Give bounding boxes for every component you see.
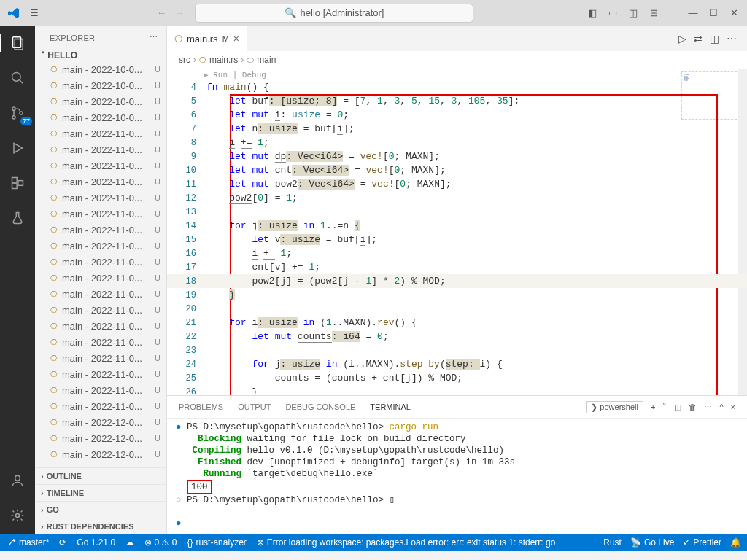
terminal-output[interactable]: ● PS D:\mysetup\gopath\rustcode\hello> c… — [167, 419, 747, 534]
minimize-icon[interactable]: — — [686, 7, 700, 18]
rust-file-icon: ⎔ — [48, 225, 59, 235]
status-prettier[interactable]: ✓ Prettier — [683, 537, 721, 548]
sidebar-section[interactable]: › OUTLINE — [35, 467, 166, 484]
file-item[interactable]: ⎔main - 2022-11-0...U — [35, 334, 166, 350]
status-sync[interactable]: ⟳ — [59, 537, 66, 548]
rust-file-icon: ⎔ — [174, 34, 182, 44]
file-item[interactable]: ⎔main - 2022-11-0...U — [35, 125, 166, 141]
more-icon[interactable]: ⋯ — [704, 402, 712, 412]
symbol-icon: ⬭ — [247, 55, 254, 65]
terminal-dropdown-icon[interactable]: ˅ — [662, 402, 667, 412]
split-terminal-icon[interactable]: ◫ — [674, 402, 681, 412]
sidebar-section[interactable]: › RUST DEPENDENCIES — [35, 518, 166, 534]
file-item[interactable]: ⎔main - 2022-11-0...U — [35, 366, 166, 382]
rust-file-icon: ⎔ — [48, 113, 59, 122]
tab-main-rs[interactable]: ⎔ main.rs M × — [167, 26, 247, 52]
file-item[interactable]: ⎔main - 2022-10-0...U — [35, 93, 166, 109]
file-item[interactable]: ⎔main - 2022-10-0...U — [35, 77, 166, 93]
split-icon[interactable]: ◫ — [626, 7, 640, 18]
nav-back-icon[interactable]: ← — [154, 6, 169, 20]
more-actions-icon[interactable]: ⋯ — [727, 33, 737, 44]
close-icon[interactable]: ✕ — [727, 7, 741, 18]
svg-rect-10 — [18, 181, 23, 186]
file-item[interactable]: ⎔main - 2022-11-0...U — [35, 318, 166, 334]
file-item[interactable]: ⎔main - 2022-12-0...U — [35, 446, 166, 462]
testing-icon[interactable] — [7, 208, 28, 228]
split-editor-icon[interactable]: ◫ — [710, 33, 719, 44]
new-terminal-icon[interactable]: + — [651, 402, 655, 411]
status-branch[interactable]: ⎇master* — [6, 537, 49, 548]
run-icon[interactable]: ▷ — [678, 33, 686, 44]
rust-file-icon: ⎔ — [48, 354, 59, 363]
folder-hello[interactable]: ˅ HELLO — [35, 50, 166, 61]
terminal-shell-select[interactable]: ❯ powershell — [586, 401, 643, 413]
file-item[interactable]: ⎔main - 2022-11-0...U — [35, 254, 166, 270]
account-icon[interactable] — [7, 470, 28, 491]
svg-point-5 — [12, 116, 15, 119]
file-item[interactable]: ⎔main - 2022-11-0...U — [35, 174, 166, 190]
status-errors[interactable]: ⊗ 0 ⚠ 0 — [144, 537, 177, 548]
breadcrumb[interactable]: src› ⎔main.rs› ⬭main — [167, 51, 747, 69]
tab-problems[interactable]: PROBLEMS — [179, 398, 223, 416]
maximize-panel-icon[interactable]: ^ — [719, 402, 723, 411]
status-language[interactable]: Rust — [603, 537, 622, 548]
panel-icon[interactable]: ▭ — [605, 7, 620, 18]
status-go-version[interactable]: Go 1.21.0 — [77, 537, 115, 548]
maximize-icon[interactable]: ☐ — [706, 7, 721, 18]
menu-icon[interactable]: ☰ — [26, 5, 42, 21]
status-go-live[interactable]: 📡 Go Live — [630, 537, 674, 548]
file-item[interactable]: ⎔main - 2022-11-0...U — [35, 141, 166, 158]
rust-file-icon: ⎔ — [48, 177, 59, 187]
status-rust-analyzer[interactable]: {} rust-analyzer — [187, 537, 246, 548]
file-item[interactable]: ⎔main - 2022-11-0...U — [35, 158, 166, 174]
code-lens-run[interactable]: Run | Debug — [204, 70, 266, 79]
file-item[interactable]: ⎔main - 2022-11-0...U — [35, 190, 166, 206]
explorer-title: EXPLORER — [50, 34, 95, 42]
tab-terminal[interactable]: TERMINAL — [370, 398, 411, 416]
file-item[interactable]: ⎔main - 2022-11-0...U — [35, 350, 166, 366]
close-panel-icon[interactable]: × — [731, 402, 735, 411]
rust-file-icon: ⎔ — [48, 434, 59, 443]
editor-area: ⎔ main.rs M × ▷ ⇄ ◫ ⋯ src› ⎔main.rs› ⬭ma… — [167, 26, 747, 534]
command-center[interactable]: 🔍 hello [Administrator] — [195, 4, 473, 23]
file-item[interactable]: ⎔main - 2022-11-0...U — [35, 286, 166, 302]
nav-forward-icon[interactable]: → — [172, 6, 187, 20]
tab-output[interactable]: OUTPUT — [238, 398, 271, 416]
more-icon[interactable]: ⋯ — [150, 33, 158, 42]
activity-bar: 77 — [0, 26, 35, 534]
file-item[interactable]: ⎔main - 2022-11-0...U — [35, 206, 166, 222]
rust-file-icon: ⎔ — [48, 450, 59, 459]
svg-rect-8 — [12, 178, 18, 183]
file-item[interactable]: ⎔main - 2022-11-0...U — [35, 382, 166, 398]
status-cloud[interactable]: ☁ — [125, 537, 134, 548]
file-item[interactable]: ⎔main - 2022-11-0...U — [35, 302, 166, 318]
settings-icon[interactable] — [7, 505, 28, 526]
layout-icon[interactable]: ◧ — [585, 7, 600, 18]
file-item[interactable]: ⎔main - 2022-11-0...U — [35, 222, 166, 238]
file-item[interactable]: ⎔main - 2022-12-0...U — [35, 414, 166, 430]
chevron-right-icon: › — [41, 522, 44, 531]
search-activity-icon[interactable] — [7, 68, 28, 88]
file-item[interactable]: ⎔main - 2022-10-0...U — [35, 109, 166, 125]
file-item[interactable]: ⎔main - 2022-12-0...U — [35, 430, 166, 446]
file-item[interactable]: ⎔main - 2022-11-0...U — [35, 398, 166, 414]
debug-icon[interactable] — [7, 138, 28, 158]
tab-close-icon[interactable]: × — [233, 33, 239, 44]
sidebar-section[interactable]: › GO — [35, 501, 166, 518]
tab-debug-console[interactable]: DEBUG CONSOLE — [285, 398, 355, 416]
rust-file-icon: ⎔ — [199, 55, 206, 65]
status-error-msg[interactable]: ⊗ Error loading workspace: packages.Load… — [257, 537, 593, 548]
explorer-icon[interactable] — [7, 33, 28, 53]
compare-icon[interactable]: ⇄ — [694, 33, 703, 44]
file-item[interactable]: ⎔main - 2022-11-0...U — [35, 238, 166, 254]
extensions-icon[interactable] — [7, 173, 28, 193]
file-item[interactable]: ⎔main - 2022-11-0...U — [35, 270, 166, 286]
grid-icon[interactable]: ⊞ — [646, 7, 661, 18]
sidebar-section[interactable]: › TIMELINE — [35, 484, 166, 501]
code-editor[interactable]: Run | Debug █ ██ █ ██ ████ █ ██ ████ █ █… — [167, 69, 747, 395]
source-control-icon[interactable]: 77 — [7, 103, 28, 123]
status-bell-icon[interactable]: 🔔 — [730, 537, 741, 548]
editor-tabs: ⎔ main.rs M × ▷ ⇄ ◫ ⋯ — [167, 26, 747, 51]
file-item[interactable]: ⎔main - 2022-10-0...U — [35, 61, 166, 77]
trash-icon[interactable]: 🗑 — [689, 402, 697, 411]
